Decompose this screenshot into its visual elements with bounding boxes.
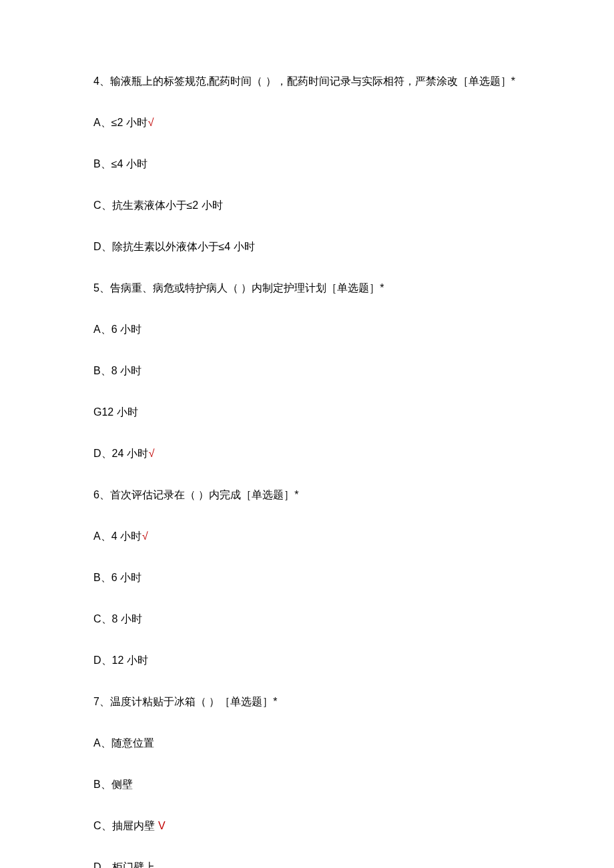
q7-text: 7、温度计粘贴于冰箱（ ）［单选题］* (93, 694, 521, 710)
q5-option-d-text: D、24 小时 (93, 448, 148, 459)
q6-option-d: D、12 小时 (93, 653, 521, 669)
q6-option-a-mark: √ (142, 530, 148, 542)
q7-option-d: D、柜门壁上 (93, 859, 521, 868)
q6-text: 6、首次评估记录在（ ）内完成［单选题］* (93, 487, 521, 503)
q7-option-a: A、随意位置 (93, 735, 521, 751)
q5-option-c: G12 小时 (93, 404, 521, 420)
q7-option-c-mark: V (156, 820, 166, 831)
q4-option-a-text: A、≤2 小时 (93, 117, 147, 128)
q5-option-d: D、24 小时√ (93, 446, 521, 462)
q5-option-b: B、8 小时 (93, 363, 521, 379)
q4-option-c: C、抗生素液体小于≤2 小时 (93, 197, 521, 213)
q4-option-a-mark: √ (148, 117, 154, 128)
q5-option-a: A、6 小时 (93, 322, 521, 338)
q4-option-a: A、≤2 小时√ (93, 115, 521, 131)
q4-option-d: D、除抗生素以外液体小于≤4 小时 (93, 239, 521, 255)
q6-option-c: C、8 小时 (93, 611, 521, 627)
q4-text: 4、输液瓶上的标签规范,配药时间（ ），配药时间记录与实际相符，严禁涂改［单选题… (93, 73, 521, 89)
q6-option-b: B、6 小时 (93, 570, 521, 586)
q6-option-a: A、4 小时√ (93, 528, 521, 544)
q4-option-b: B、≤4 小时 (93, 156, 521, 172)
q5-text: 5、告病重、病危或特护病人（ ）内制定护理计划［单选题］* (93, 280, 521, 296)
q7-option-b: B、侧壁 (93, 777, 521, 793)
q7-option-c: C、抽屉内壁 V (93, 818, 521, 834)
q7-option-c-text: C、抽屉内壁 (93, 820, 155, 831)
q6-option-a-text: A、4 小时 (93, 530, 141, 542)
q5-option-d-mark: √ (149, 448, 155, 459)
